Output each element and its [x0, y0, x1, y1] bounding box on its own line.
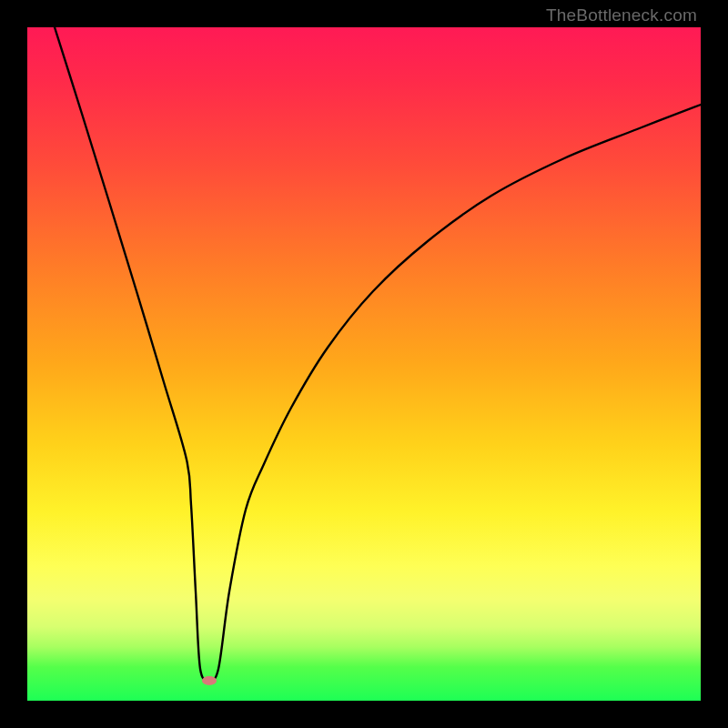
minimum-marker	[202, 676, 217, 685]
plot-area	[27, 27, 701, 701]
bottleneck-curve	[55, 27, 701, 680]
curve-layer	[27, 27, 701, 701]
chart-frame: TheBottleneck.com	[0, 0, 728, 728]
watermark-text: TheBottleneck.com	[546, 5, 697, 25]
